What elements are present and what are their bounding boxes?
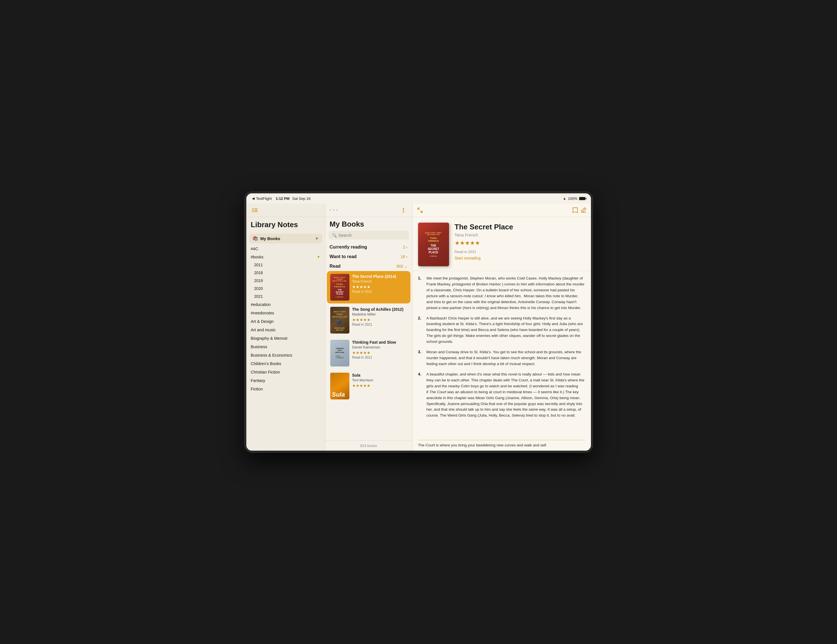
sidebar-item-2011[interactable]: 2011: [246, 261, 325, 269]
book-info: The Secret Place (2014) Tana French ★★★★…: [352, 274, 407, 301]
sidebar-item-fantasy[interactable]: Fantasy: [246, 376, 325, 385]
svg-rect-3: [254, 211, 258, 212]
read-section[interactable]: Read 903 ⌄: [325, 261, 412, 270]
sidebar-item-label: Fiction: [251, 387, 263, 391]
book-year: Read in 2021: [352, 290, 407, 293]
book-author: Daniel Kahneman: [352, 345, 407, 349]
sidebar-item-art-design[interactable]: Art & Design: [246, 317, 325, 326]
book-year: Read in 2011: [352, 356, 407, 359]
sidebar-item-business[interactable]: Business: [246, 342, 325, 351]
chevron-down-icon: ▼: [315, 236, 319, 241]
sidebar-item-label: 2019: [254, 279, 263, 283]
sidebar-item-label: 2021: [254, 294, 263, 299]
books-toolbar: • • •: [325, 203, 412, 217]
section-label: Read: [330, 264, 341, 269]
sidebar-item-label: Art and music: [251, 328, 276, 332]
sidebar-item-art-music[interactable]: Art and music: [246, 326, 325, 334]
edit-button[interactable]: [580, 207, 586, 213]
detail-book-cover: NEW YORK TIMES BESTSELLER TANAFRENCH THE…: [418, 223, 449, 266]
book-detail-header: NEW YORK TIMES BESTSELLER TANAFRENCH THE…: [412, 217, 591, 271]
note-number: 4.: [418, 372, 423, 419]
note-item-4: 4. A beautiful chapter, and when it's cl…: [418, 372, 585, 419]
sidebar-item-label: 2020: [254, 286, 263, 291]
book-info: The Song of Achilles (2012) Madeline Mil…: [352, 307, 407, 334]
sidebar-item-2018[interactable]: 2018: [246, 269, 325, 277]
more-options-button[interactable]: [399, 206, 408, 215]
battery-percentage: 100%: [568, 197, 577, 201]
detail-rating: ★★★★★: [455, 239, 585, 246]
sidebar-item-4c[interactable]: #4C: [246, 244, 325, 253]
search-input[interactable]: [338, 233, 405, 238]
book-title: The Secret Place (2014): [352, 274, 407, 279]
sidebar-item-biography[interactable]: Biography & Memoir: [246, 334, 325, 342]
svg-point-6: [403, 211, 404, 213]
svg-rect-1: [254, 208, 258, 209]
sidebar-item-my-books[interactable]: 📚 My Books ▼: [249, 234, 322, 244]
time-label: 1:12 PM: [276, 197, 289, 201]
book-item-thinking-fast[interactable]: THINKINGFASTAND SLOW DANIELKAHNEMAN Thin…: [327, 337, 410, 369]
book-info: Sula Toni Morrison ★★★★★: [352, 373, 407, 400]
detail-notes: 1. We meet the protagonist, Stephen Mora…: [412, 271, 591, 440]
sidebar-item-books[interactable]: #books ▼: [246, 253, 325, 261]
battery-icon: [579, 197, 585, 200]
status-bar: ◀ TestFlight 1:12 PM Sat Sep 18 ▲ 100%: [246, 193, 591, 203]
bottom-truncated-text: The Court is where you bring your bewild…: [412, 442, 591, 451]
sidebar-item-label: #needsnotes: [251, 311, 274, 315]
chevron-down-icon: ⌄: [404, 264, 408, 269]
book-item-song-of-achilles[interactable]: NEW YORK TIMES BESTSELLER ⚫ MADELINEMILL…: [327, 304, 410, 336]
note-item-3: 3. Moran and Conway drive to St. Kilda's…: [418, 349, 585, 367]
sidebar-item-label: #4C: [251, 247, 258, 251]
book-title: Sula: [352, 373, 407, 378]
want-to-read-section[interactable]: Want to read 18 ›: [325, 251, 412, 261]
currently-reading-section[interactable]: Currently reading 2 ›: [325, 242, 412, 251]
book-author: Tana French: [352, 280, 407, 283]
detail-book-title: The Secret Place: [455, 223, 585, 231]
sidebar-item-christian-fiction[interactable]: Christian Fiction: [246, 368, 325, 376]
chevron-right-icon: ›: [406, 245, 408, 249]
svg-rect-0: [252, 208, 254, 213]
want-to-read-count: 18: [400, 254, 405, 259]
note-text: Moran and Conway drive to St. Kilda's. Y…: [427, 349, 585, 367]
book-item-secret-place[interactable]: NEW YORK TIMES BESTSELLER TANAFRENCH THE…: [327, 271, 410, 303]
sidebar-item-label: Fantasy: [251, 378, 266, 383]
svg-point-4: [403, 208, 404, 209]
sidebar-item-label: 2018: [254, 270, 263, 275]
sidebar: Library Notes 📚 My Books ▼ #4C #books: [246, 203, 325, 451]
note-item-1: 1. We meet the protagonist, Stephen Mora…: [418, 275, 585, 311]
sidebar-item-2019[interactable]: 2019: [246, 277, 325, 285]
sidebar-item-childrens[interactable]: Children's Books: [246, 359, 325, 368]
status-right: ▲ 100%: [563, 197, 585, 201]
bookmark-button[interactable]: [572, 207, 578, 213]
chevron-down-icon: ▼: [317, 255, 320, 259]
sidebar-item-education[interactable]: #education: [246, 300, 325, 309]
sidebar-item-2020[interactable]: 2020: [246, 285, 325, 292]
book-title: The Song of Achilles (2012): [352, 307, 407, 312]
total-count: 923 books: [325, 441, 412, 451]
note-item-2: 2. A flashback! Chris Harper is still al…: [418, 316, 585, 345]
sidebar-item-label: Christian Fiction: [251, 370, 280, 374]
back-arrow-icon: ◀: [252, 197, 254, 200]
arrows-icon-button[interactable]: [417, 207, 423, 213]
sidebar-item-fiction[interactable]: Fiction: [246, 385, 325, 393]
sidebar-item-needsnotes[interactable]: #needsnotes: [246, 309, 325, 317]
read-count: 903: [396, 264, 403, 269]
main-layout: Library Notes 📚 My Books ▼ #4C #books: [246, 203, 591, 451]
sidebar-item-label: Children's Books: [251, 361, 281, 366]
book-title: Thinking Fast and Slow: [352, 340, 407, 345]
books-icon: 📚: [253, 236, 258, 241]
detail-read-year: Read in 2021: [455, 250, 585, 254]
sidebar-toolbar: [246, 203, 325, 217]
currently-reading-count: 2: [403, 245, 405, 249]
sidebar-nav: 📚 My Books ▼ #4C #books ▼ 2011: [246, 231, 325, 394]
note-text: We meet the protagonist, Stephen Moran, …: [427, 275, 585, 311]
note-text: A beautiful chapter, and when it's clear…: [427, 372, 585, 419]
start-rereading-button[interactable]: Start rereading: [455, 256, 481, 261]
book-rating: ★★★★★: [352, 318, 407, 322]
sidebar-item-2021[interactable]: 2021: [246, 292, 325, 300]
chevron-right-icon: ›: [406, 254, 408, 259]
books-panel-title: My Books: [325, 217, 412, 231]
sidebar-item-business-economics[interactable]: Business & Economics: [246, 351, 325, 359]
book-item-sula[interactable]: Sula Sula Toni Morrison ★★★★★: [327, 370, 410, 402]
sidebar-toggle-button[interactable]: [250, 206, 259, 215]
search-bar[interactable]: 🔍: [328, 231, 409, 239]
